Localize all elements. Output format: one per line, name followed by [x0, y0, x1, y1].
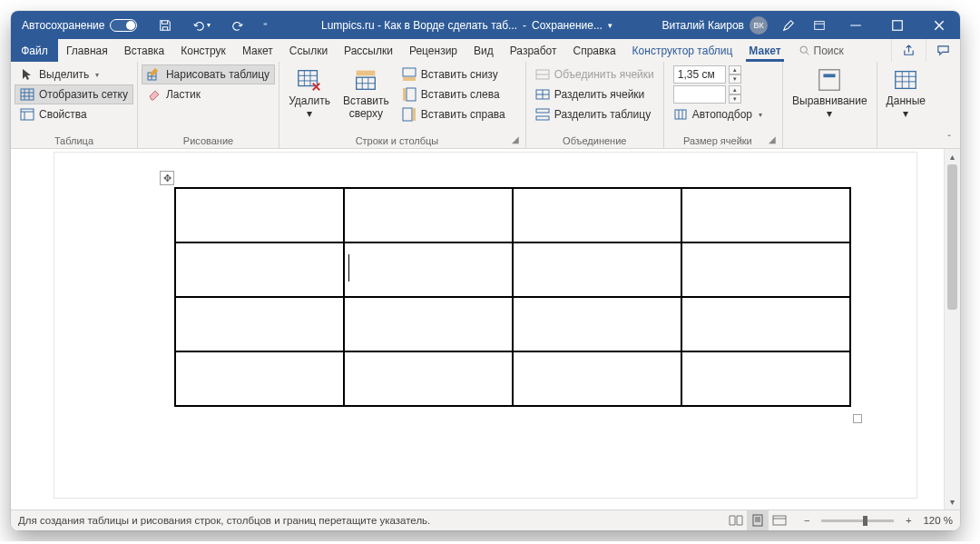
insert-above-button[interactable]: Вставить сверху — [338, 64, 395, 130]
insert-above-icon — [352, 66, 379, 94]
delete-button[interactable]: Удалить▾ — [283, 64, 336, 130]
page-container[interactable]: ✥ — [11, 149, 944, 509]
scroll-down-icon[interactable]: ▾ — [945, 494, 960, 509]
document-title: Lumpics.ru - Как в Ворде сделать таб... — [321, 19, 517, 32]
table-row — [175, 351, 850, 406]
eraser-icon — [147, 87, 162, 102]
draw-table-button[interactable]: Нарисовать таблицу — [142, 64, 275, 84]
table-row — [175, 297, 850, 351]
cellsize-launcher[interactable]: ◢ — [769, 134, 779, 145]
zoom-slider[interactable] — [821, 519, 894, 522]
data-icon — [892, 66, 919, 94]
group-rows-cols-label: Строки и столбцы — [283, 134, 511, 148]
tab-view[interactable]: Вид — [466, 39, 502, 62]
svg-rect-8 — [357, 71, 376, 76]
autosave-label: Автосохранение — [22, 19, 104, 32]
tab-home[interactable]: Главная — [58, 39, 116, 62]
close-icon — [933, 19, 946, 32]
autofit-button[interactable]: Автоподбор▾ — [668, 104, 768, 124]
merge-icon — [535, 67, 550, 82]
row-height-spinner[interactable]: ▴▾ — [729, 65, 741, 84]
insert-below-button[interactable]: Вставить снизу — [397, 64, 511, 84]
rows-cols-launcher[interactable]: ◢ — [512, 134, 523, 145]
save-button[interactable] — [150, 11, 181, 39]
qat-customize[interactable]: ⁼ — [259, 11, 271, 39]
svg-rect-21 — [675, 110, 686, 119]
tab-mailings[interactable]: Рассылки — [336, 39, 401, 62]
comments-button[interactable] — [926, 39, 960, 62]
tab-table-layout[interactable]: Макет — [740, 39, 789, 62]
tab-developer[interactable]: Разработ — [502, 39, 565, 62]
tab-table-design[interactable]: Конструктор таблиц — [624, 39, 741, 62]
ribbon-display-button[interactable] — [804, 11, 835, 39]
autofit-icon — [673, 107, 688, 122]
collapse-ribbon-button[interactable]: ˆ — [942, 134, 956, 146]
alignment-button[interactable]: Выравнивание▾ — [787, 64, 873, 130]
insert-left-button[interactable]: Вставить слева — [397, 84, 511, 104]
app-window: Автосохранение ▾ ⁼ Lumpics.ru - Как в Во… — [11, 11, 960, 530]
search-icon — [799, 45, 810, 56]
zoom-out-button[interactable]: − — [798, 515, 816, 526]
group-rows-cols: Удалить▾ Вставить сверху Вставить снизу … — [279, 62, 526, 148]
insert-right-icon — [402, 107, 416, 122]
group-data: Данные▾ — [877, 62, 935, 148]
view-gridlines-button[interactable]: Отобразить сетку — [15, 84, 133, 104]
user-account[interactable]: Виталий Каиров ВК — [656, 16, 773, 35]
redo-icon — [231, 19, 244, 32]
row-height-input[interactable]: 1,35 см — [673, 65, 726, 84]
tab-insert[interactable]: Вставка — [116, 39, 173, 62]
scroll-thumb[interactable] — [947, 164, 957, 310]
table-move-handle[interactable]: ✥ — [160, 171, 174, 185]
share-button[interactable] — [891, 39, 926, 62]
toggle-icon — [110, 19, 137, 32]
close-button[interactable] — [918, 11, 960, 39]
svg-rect-0 — [815, 21, 825, 29]
autosave-toggle[interactable]: Автосохранение — [15, 19, 144, 32]
table-resize-handle[interactable] — [853, 414, 862, 423]
svg-rect-4 — [21, 109, 34, 120]
maximize-button[interactable] — [877, 11, 918, 39]
insert-right-button[interactable]: Вставить справа — [397, 104, 511, 124]
split-cells-button[interactable]: Разделить ячейки — [530, 84, 660, 104]
split-table-button[interactable]: Разделить таблицу — [530, 104, 660, 124]
status-bar: Для создания таблицы и рисования строк, … — [11, 509, 960, 530]
select-button[interactable]: Выделить▾ — [15, 64, 133, 84]
delete-table-icon — [296, 66, 323, 94]
vertical-scrollbar[interactable]: ▴ ▾ — [944, 149, 960, 509]
scroll-up-icon[interactable]: ▴ — [945, 149, 960, 164]
pencil-table-icon — [147, 67, 162, 82]
tab-file[interactable]: Файл — [11, 39, 58, 62]
col-width-input[interactable] — [673, 85, 726, 104]
tab-design[interactable]: Конструк — [172, 39, 234, 62]
share-icon — [902, 44, 916, 57]
web-layout-button[interactable] — [769, 510, 790, 530]
print-layout-button[interactable] — [747, 510, 769, 530]
table-row — [175, 188, 850, 242]
table-row — [175, 242, 850, 297]
row-height-control[interactable]: 1,35 см ▴▾ — [668, 64, 768, 84]
quick-access-toolbar: ▾ ⁼ — [144, 11, 277, 39]
properties-icon — [20, 107, 34, 122]
status-hint: Для создания таблицы и рисования строк, … — [18, 515, 430, 526]
tab-references[interactable]: Ссылки — [281, 39, 336, 62]
tell-me-search[interactable]: Поиск — [789, 39, 853, 62]
editable-table[interactable] — [174, 187, 851, 407]
eraser-button[interactable]: Ластик — [142, 84, 275, 104]
properties-button[interactable]: Свойства — [15, 104, 133, 124]
redo-button[interactable] — [222, 11, 253, 39]
minimize-button[interactable] — [835, 11, 877, 39]
col-width-control[interactable]: ▴▾ — [668, 84, 768, 104]
zoom-in-button[interactable]: + — [899, 515, 917, 526]
title-bar: Автосохранение ▾ ⁼ Lumpics.ru - Как в Во… — [11, 11, 960, 39]
read-mode-button[interactable] — [725, 510, 747, 530]
zoom-value[interactable]: 120 % — [923, 515, 953, 526]
undo-button[interactable]: ▾ — [186, 11, 217, 39]
tab-help[interactable]: Справка — [565, 39, 624, 62]
tab-layout[interactable]: Макет — [234, 39, 281, 62]
insert-below-icon — [402, 67, 416, 82]
data-button[interactable]: Данные▾ — [881, 64, 931, 130]
col-width-spinner[interactable]: ▴▾ — [729, 85, 741, 104]
tab-review[interactable]: Рецензир — [401, 39, 466, 62]
svg-rect-22 — [819, 70, 840, 91]
draw-mode-button[interactable] — [773, 11, 804, 39]
